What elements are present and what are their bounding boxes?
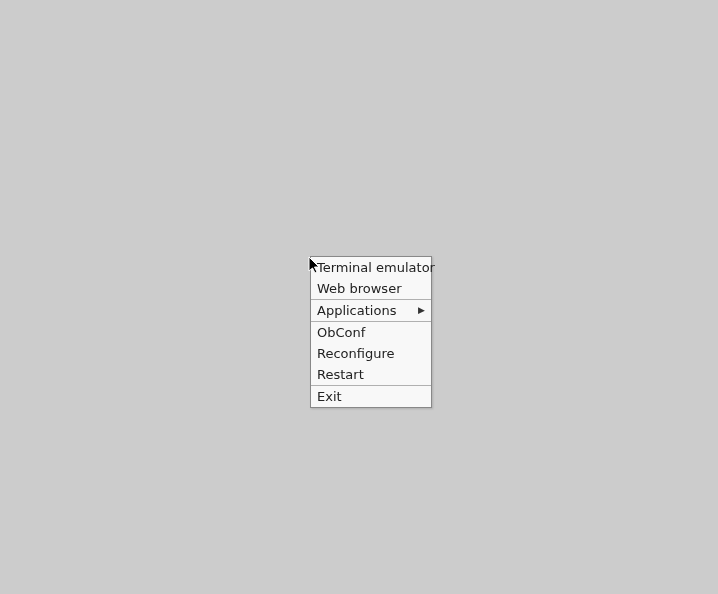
menu-item-reconfigure[interactable]: Reconfigure — [311, 343, 431, 364]
menu-item-label: Exit — [317, 388, 342, 405]
menu-item-terminal-emulator[interactable]: Terminal emulator — [311, 257, 431, 278]
menu-item-label: Terminal emulator — [317, 259, 435, 276]
menu-item-applications[interactable]: Applications ▶ — [311, 300, 431, 321]
menu-item-label: Web browser — [317, 280, 402, 297]
menu-item-label: Reconfigure — [317, 345, 395, 362]
menu-section-3: ObConf Reconfigure Restart — [311, 322, 431, 386]
menu-item-restart[interactable]: Restart — [311, 364, 431, 385]
menu-item-label: ObConf — [317, 324, 365, 341]
menu-item-exit[interactable]: Exit — [311, 386, 431, 407]
menu-item-label: Restart — [317, 366, 364, 383]
context-menu: Terminal emulator Web browser Applicatio… — [310, 256, 432, 408]
menu-item-obconf[interactable]: ObConf — [311, 322, 431, 343]
submenu-arrow-icon: ▶ — [418, 302, 425, 319]
menu-section-1: Terminal emulator Web browser — [311, 257, 431, 300]
menu-section-4: Exit — [311, 386, 431, 407]
menu-section-2: Applications ▶ — [311, 300, 431, 322]
menu-item-label: Applications — [317, 302, 396, 319]
menu-item-web-browser[interactable]: Web browser — [311, 278, 431, 299]
